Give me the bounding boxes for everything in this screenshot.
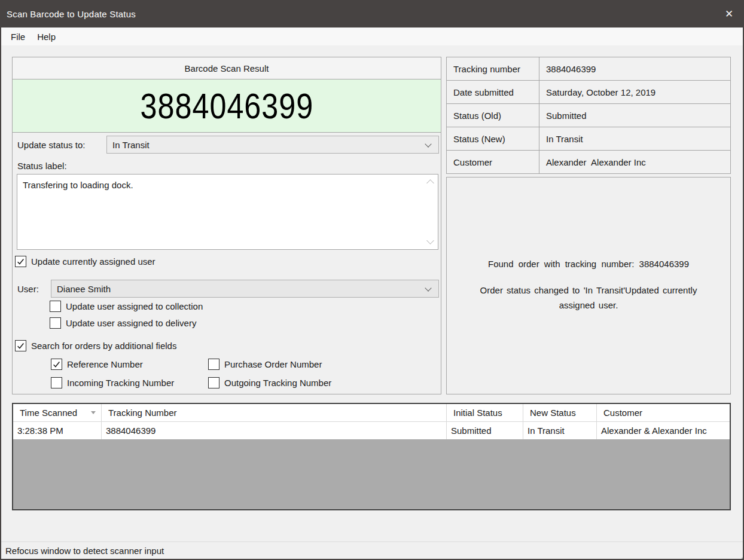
result-message-panel: Found order with tracking number: 388404… bbox=[446, 177, 731, 394]
search-fields-checkbox[interactable] bbox=[15, 340, 26, 351]
detail-value: Submitted bbox=[539, 104, 731, 127]
detail-value: 3884046399 bbox=[539, 57, 731, 81]
table-row: Customer Alexander Alexander Inc bbox=[447, 151, 731, 174]
chevron-down-icon bbox=[425, 284, 431, 291]
update-status-label: Update status to: bbox=[17, 140, 85, 150]
column-header-time-scanned[interactable]: Time Scanned bbox=[13, 404, 102, 421]
reference-number-checkbox[interactable] bbox=[51, 359, 62, 370]
collection-checkbox-label: Update user assigned to collection bbox=[66, 301, 203, 311]
update-user-checkbox-label: Update currently assigned user bbox=[31, 256, 155, 267]
scan-controls: Update status to: In Transit Status labe… bbox=[13, 133, 441, 393]
incoming-tracking-checkbox[interactable] bbox=[51, 377, 62, 388]
detail-value: Saturday, October 12, 2019 bbox=[539, 81, 731, 104]
scroll-up-icon[interactable] bbox=[426, 179, 434, 187]
detail-label: Tracking number bbox=[447, 57, 539, 81]
scan-panel: Barcode Scan Result 3884046399 Update st… bbox=[12, 57, 441, 394]
cell-tracking-number: 3884046399 bbox=[102, 422, 447, 439]
detail-label: Customer bbox=[447, 151, 539, 174]
close-button[interactable]: ✕ bbox=[714, 0, 744, 27]
delivery-checkbox-label: Update user assigned to delivery bbox=[66, 318, 196, 328]
cell-initial-status: Submitted bbox=[447, 422, 523, 439]
reference-number-label: Reference Number bbox=[67, 359, 143, 369]
status-dropdown[interactable]: In Transit bbox=[106, 136, 439, 154]
purchase-order-checkbox-row[interactable]: Purchase Order Number bbox=[208, 359, 322, 370]
delivery-checkbox[interactable] bbox=[50, 317, 61, 329]
table-row: Tracking number 3884046399 bbox=[447, 57, 731, 81]
column-header-tracking-number[interactable]: Tracking Number bbox=[102, 404, 447, 421]
chevron-down-icon bbox=[425, 140, 431, 147]
column-header-customer[interactable]: Customer bbox=[597, 404, 730, 421]
detail-label: Date submitted bbox=[447, 81, 539, 104]
user-dropdown[interactable]: Dianee Smith bbox=[51, 280, 439, 298]
reference-number-checkbox-row[interactable]: Reference Number bbox=[51, 359, 143, 370]
table-row: Status (Old) Submitted bbox=[447, 104, 731, 127]
history-header-row: Time Scanned Tracking Number Initial Sta… bbox=[13, 404, 730, 422]
outgoing-tracking-checkbox[interactable] bbox=[208, 377, 219, 388]
collection-checkbox-row[interactable]: Update user assigned to collection bbox=[50, 301, 203, 312]
detail-label: Status (Old) bbox=[447, 104, 539, 127]
status-note-textarea[interactable]: Transfering to loading dock. bbox=[17, 174, 438, 250]
window-title: Scan Barcode to Update Status bbox=[0, 9, 136, 19]
app-window: Scan Barcode to Update Status ✕ File Hel… bbox=[0, 0, 744, 560]
window-border bbox=[0, 27, 1, 560]
scroll-down-icon[interactable] bbox=[426, 237, 434, 244]
status-bar: Refocus window to detect scanner input bbox=[1, 541, 743, 559]
order-details-table: Tracking number 3884046399 Date submitte… bbox=[446, 57, 731, 174]
menu-bar: File Help bbox=[1, 27, 743, 45]
cell-time-scanned: 3:28:38 PM bbox=[13, 422, 102, 439]
purchase-order-checkbox[interactable] bbox=[208, 359, 219, 370]
user-label: User: bbox=[17, 284, 39, 294]
search-fields-checkbox-label: Search for orders by additional fields bbox=[31, 341, 176, 351]
barcode-result-box: 3884046399 bbox=[13, 79, 441, 133]
user-dropdown-value: Dianee Smith bbox=[57, 284, 111, 294]
column-header-initial-status[interactable]: Initial Status bbox=[447, 404, 523, 421]
incoming-tracking-label: Incoming Tracking Number bbox=[67, 378, 174, 388]
purchase-order-label: Purchase Order Number bbox=[224, 359, 322, 369]
barcode-value: 3884046399 bbox=[140, 85, 313, 126]
detail-value: Alexander Alexander Inc bbox=[539, 151, 731, 174]
table-row: Date submitted Saturday, October 12, 201… bbox=[447, 81, 731, 104]
collection-checkbox[interactable] bbox=[50, 301, 61, 312]
cell-customer: Alexander & Alexander Inc bbox=[597, 422, 730, 439]
menu-help[interactable]: Help bbox=[31, 27, 62, 45]
sort-desc-icon bbox=[91, 411, 96, 414]
incoming-tracking-checkbox-row[interactable]: Incoming Tracking Number bbox=[51, 377, 174, 388]
close-icon: ✕ bbox=[725, 8, 733, 20]
cell-new-status: In Transit bbox=[523, 422, 597, 439]
table-row: Status (New) In Transit bbox=[447, 127, 731, 151]
detail-value: In Transit bbox=[539, 127, 731, 151]
scan-history-table: Time Scanned Tracking Number Initial Sta… bbox=[12, 403, 731, 510]
status-changed-message: Order status changed to 'In Transit'Upda… bbox=[447, 283, 730, 313]
scan-panel-header: Barcode Scan Result bbox=[13, 57, 441, 79]
outgoing-tracking-label: Outgoing Tracking Number bbox=[224, 378, 331, 388]
status-bar-text: Refocus window to detect scanner input bbox=[5, 546, 164, 556]
menu-file[interactable]: File bbox=[5, 27, 31, 45]
detail-label: Status (New) bbox=[447, 127, 539, 151]
outgoing-tracking-checkbox-row[interactable]: Outgoing Tracking Number bbox=[208, 377, 331, 388]
search-fields-checkbox-row[interactable]: Search for orders by additional fields bbox=[15, 340, 176, 351]
column-header-new-status[interactable]: New Status bbox=[523, 404, 597, 421]
status-note-text: Transfering to loading dock. bbox=[23, 180, 133, 190]
history-row[interactable]: 3:28:38 PM 3884046399 Submitted In Trans… bbox=[13, 422, 730, 439]
update-user-checkbox-row[interactable]: Update currently assigned user bbox=[15, 256, 155, 267]
title-bar: Scan Barcode to Update Status ✕ bbox=[0, 0, 744, 27]
status-label-caption: Status label: bbox=[17, 161, 67, 171]
status-dropdown-value: In Transit bbox=[112, 140, 150, 150]
found-order-message: Found order with tracking number: 388404… bbox=[482, 259, 695, 269]
delivery-checkbox-row[interactable]: Update user assigned to delivery bbox=[50, 317, 196, 329]
resize-grip-icon[interactable] bbox=[738, 554, 740, 556]
update-user-checkbox[interactable] bbox=[15, 256, 26, 267]
